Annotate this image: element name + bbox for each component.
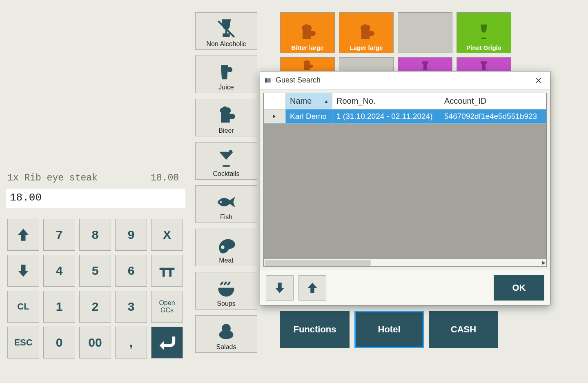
key-open-gcs[interactable]: OpenGCs — [151, 291, 183, 323]
key-0[interactable]: 0 — [43, 327, 75, 359]
scroll-thumb[interactable] — [265, 260, 371, 266]
dialog-titlebar: Guest Search — [260, 71, 550, 89]
wine-icon — [474, 23, 494, 42]
key-4[interactable]: 4 — [43, 255, 75, 287]
nav-up-button[interactable] — [298, 275, 326, 301]
category-label: Soups — [217, 300, 235, 307]
key-x[interactable]: X — [151, 219, 183, 251]
key-6[interactable]: 6 — [115, 255, 147, 287]
key-up[interactable] — [7, 219, 39, 251]
category-cocktails[interactable]: Cocktails — [195, 142, 257, 180]
product-empty[interactable] — [398, 12, 452, 53]
soup-icon — [216, 278, 237, 299]
key-3[interactable]: 3 — [115, 291, 147, 323]
functions-button[interactable]: Functions — [280, 311, 350, 348]
hotel-button[interactable]: Hotel — [354, 311, 424, 348]
meat-icon — [216, 235, 237, 256]
category-juice[interactable]: Juice — [195, 56, 257, 93]
key-00[interactable]: 00 — [79, 327, 111, 359]
nav-down-button[interactable] — [266, 275, 294, 301]
key-8[interactable]: 8 — [79, 219, 111, 251]
category-label: Fish — [220, 214, 232, 221]
product-label: Lager large — [350, 44, 383, 51]
juice-icon — [216, 62, 237, 83]
svg-rect-0 — [265, 78, 267, 82]
receipt-line: 1x Rib eye steak 18.00 — [7, 173, 179, 183]
category-list: Non Alcoholic Juice Bieer Cocktails Fish… — [195, 12, 257, 353]
grid-row[interactable]: Karl Demo 1 (31.10.2024 - 02.11.2024) 54… — [264, 109, 546, 124]
key-enter[interactable] — [151, 327, 183, 359]
cell-account: 5467092df1e4e5d551b923 — [440, 109, 546, 123]
key-5[interactable]: 5 — [79, 255, 111, 287]
category-non-alcoholic[interactable]: Non Alcoholic — [195, 12, 257, 50]
category-salads[interactable]: Salads — [195, 315, 257, 353]
receipt-price: 18.00 — [151, 173, 179, 183]
dialog-title: Guest Search — [276, 76, 531, 85]
category-label: Meat — [219, 257, 234, 264]
key-1[interactable]: 1 — [43, 291, 75, 323]
category-meat[interactable]: Meat — [195, 229, 257, 266]
beer-icon — [216, 105, 237, 126]
category-label: Bieer — [218, 127, 234, 134]
svg-rect-1 — [268, 78, 271, 82]
category-soups[interactable]: Soups — [195, 272, 257, 310]
column-name[interactable]: Name▲ — [286, 93, 332, 109]
product-bitter-large[interactable]: Bitter large — [280, 12, 335, 53]
close-icon — [535, 77, 542, 84]
product-label: Pinot Grigio — [466, 44, 501, 51]
key-7[interactable]: 7 — [43, 219, 75, 251]
dialog-close-button[interactable] — [531, 73, 546, 88]
non-alcoholic-icon — [216, 18, 237, 40]
ok-button[interactable]: OK — [494, 275, 544, 301]
key-cl[interactable]: CL — [7, 291, 39, 323]
guest-grid: Name▲ Room_No. Account_ID Karl Demo 1 (3… — [263, 93, 547, 267]
beer-icon — [356, 23, 376, 42]
key-esc[interactable]: ESC — [7, 327, 39, 359]
category-beer[interactable]: Bieer — [195, 99, 257, 136]
action-bar: Functions Hotel CASH — [280, 311, 498, 348]
product-lager-large[interactable]: Lager large — [339, 12, 394, 53]
category-label: Cocktails — [213, 170, 240, 178]
horizontal-scrollbar[interactable]: ▶ — [264, 259, 546, 266]
salad-icon — [216, 321, 237, 343]
receipt-item: 1x Rib eye steak — [7, 173, 98, 183]
dialog-footer: OK — [260, 270, 550, 305]
column-account[interactable]: Account_ID — [440, 93, 546, 109]
category-label: Non Alcoholic — [207, 40, 246, 48]
cell-name: Karl Demo — [286, 109, 332, 123]
cocktail-icon — [216, 148, 237, 169]
product-pinot-grigio[interactable]: Pinot Grigio — [457, 12, 511, 53]
key-table[interactable] — [151, 255, 183, 287]
product-label: Bitter large — [291, 44, 323, 51]
fish-icon — [216, 192, 237, 213]
row-indicator — [264, 109, 286, 123]
keypad: 7 8 9 X 4 5 6 CL 1 2 3 OpenGCs ESC 0 00 … — [7, 219, 183, 359]
beer-icon — [298, 59, 317, 72]
key-comma[interactable]: , — [115, 327, 147, 359]
key-9[interactable]: 9 — [115, 219, 147, 251]
category-label: Salads — [216, 343, 236, 351]
column-room[interactable]: Room_No. — [332, 93, 440, 109]
guest-search-dialog: Guest Search Name▲ Room_No. Account_ID K… — [260, 71, 550, 305]
glass-icon — [415, 59, 435, 72]
grid-header: Name▲ Room_No. Account_ID — [264, 93, 546, 109]
category-label: Juice — [218, 84, 234, 91]
scroll-right-icon[interactable]: ▶ — [542, 260, 546, 265]
key-down[interactable] — [7, 255, 39, 287]
key-2[interactable]: 2 — [79, 291, 111, 323]
grid-row-selector-header — [264, 93, 286, 109]
cell-room: 1 (31.10.2024 - 02.11.2024) — [332, 109, 440, 123]
dialog-app-icon — [264, 77, 272, 84]
total-display: 18.00 — [6, 189, 185, 208]
cash-button[interactable]: CASH — [429, 311, 498, 348]
sort-asc-icon: ▲ — [324, 98, 329, 104]
beer-icon — [298, 23, 317, 42]
glass-icon — [474, 59, 494, 72]
category-fish[interactable]: Fish — [195, 185, 257, 223]
